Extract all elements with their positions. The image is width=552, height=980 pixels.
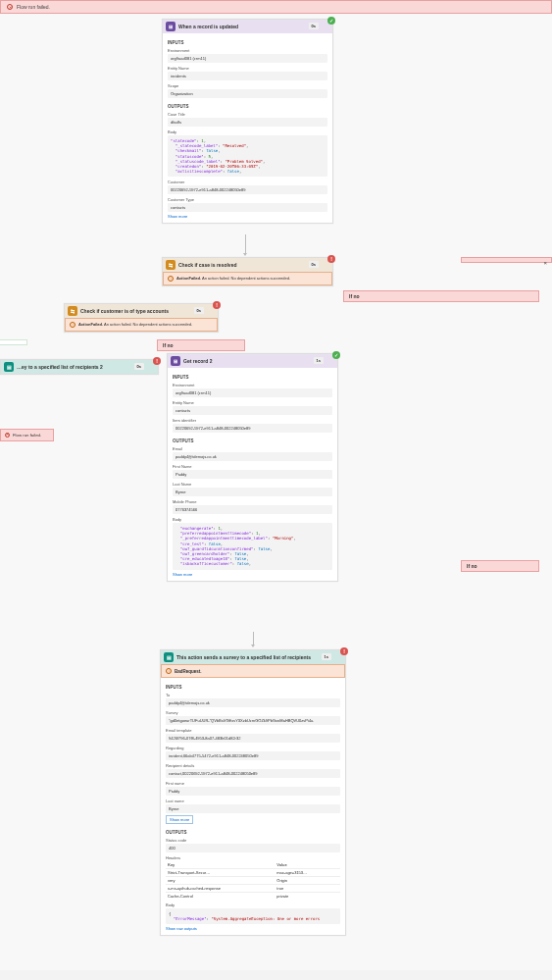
regarding-label: Regarding	[166, 746, 340, 750]
branch-if-yes-left[interactable]	[0, 339, 27, 345]
inputs-heading: INPUTS	[168, 40, 327, 45]
headers-table: KeyValue Strict-Transport-Secur…max-age=…	[166, 861, 340, 900]
outputs-heading: OUTPUTS	[173, 438, 332, 443]
status-error-icon	[213, 301, 221, 309]
inputs-heading: INPUTS	[166, 685, 340, 690]
lastname-label: Last Name	[173, 482, 332, 487]
ln-value: Byrne	[166, 804, 340, 813]
table-row: x-ms-apihub-cached-responsetrue	[166, 885, 340, 893]
customer-value: 00220692-5972-e911-a848-002248050e89	[168, 185, 327, 194]
branch-if-no-label: If no	[349, 293, 360, 299]
headers-col-val: Value	[275, 861, 340, 869]
env-value: org9aad081 (crm11)	[173, 388, 332, 397]
get-record-header[interactable]: ⊞ Get record 2 1s	[168, 354, 337, 368]
fn-value: Paddy	[166, 787, 340, 796]
body-label: Body	[173, 517, 332, 522]
body-json: "statecode": 1, "_statecode_label": "Res…	[168, 135, 327, 177]
check-resolved-title: Check if case is resolved	[178, 262, 236, 268]
itemid-label: Item identifier	[173, 418, 332, 423]
status-error-icon	[153, 357, 161, 365]
body-label: Body	[166, 903, 340, 907]
firstname-label: First Name	[173, 464, 332, 469]
send-survey-header[interactable]: ▤ This action sends a survey to a specif…	[161, 650, 345, 664]
survey-label: Survey	[166, 710, 340, 715]
send-survey-2-card[interactable]: ▤ …ey to a specified list of recipients …	[0, 359, 159, 375]
check-resolved-card[interactable]: ⇆ Check if case is resolved 0s i ActionF…	[162, 257, 333, 286]
badrequest-banner: i BadRequest.	[161, 664, 345, 678]
outputs-heading: OUTPUTS	[166, 830, 340, 835]
show-more-link[interactable]: Show more	[166, 815, 193, 824]
show-more-link[interactable]: Show more	[173, 572, 192, 577]
send-survey-2-duration: 0s	[134, 363, 144, 370]
show-raw-outputs-link[interactable]: Show raw outputs	[166, 926, 197, 931]
entity-label: Entity Name	[173, 400, 332, 405]
check-accounts-duration: 0s	[194, 307, 204, 314]
action-failed-text: ActionFailed. An action failed. No depen…	[176, 276, 290, 281]
send-survey-card[interactable]: ▤ This action sends a survey to a specif…	[160, 649, 346, 936]
body-json: "exchangerate": 1, "preferredappointment…	[173, 523, 332, 570]
branch-if-no-far[interactable]: If no	[461, 560, 539, 572]
check-accounts-title: Check if customer is of type accounts	[80, 308, 169, 314]
arrow-down-icon	[243, 253, 247, 256]
badrequest-label: BadRequest.	[175, 669, 202, 674]
fn-label: First name	[166, 781, 340, 786]
send-survey-duration: 1s	[322, 653, 331, 660]
branch-if-no-inner[interactable]: If no	[157, 339, 245, 351]
to-value: paddy4@tdemojs.co.uk	[166, 698, 340, 707]
body-label: Body	[168, 129, 327, 134]
table-row: veryOrigin	[166, 877, 340, 885]
get-record-card[interactable]: ⊞ Get record 2 1s INPUTS Environment org…	[167, 353, 338, 582]
status-value: 400	[166, 844, 340, 852]
check-accounts-header[interactable]: ⇆ Check if customer is of type accounts …	[65, 304, 218, 318]
connector-line	[245, 234, 246, 254]
branch-if-no[interactable]: If no	[343, 290, 539, 302]
trigger-card[interactable]: ⊞ When a record is updated 0s INPUTS Env…	[162, 19, 333, 224]
table-row: Strict-Transport-Secur…max-age=3153…	[166, 869, 340, 877]
headers-col-key: Key	[166, 861, 275, 869]
action-failed-text: ActionFailed. An action failed. No depen…	[78, 322, 192, 327]
regarding-value: incident,66ab4775-5472-e911-a848-0022480…	[166, 751, 340, 760]
check-resolved-header[interactable]: ⇆ Check if case is resolved 0s	[163, 258, 332, 272]
entity-value: incidents	[168, 72, 327, 80]
action-failed-banner: i ActionFailed. An action failed. No dep…	[163, 272, 332, 285]
custtype-value: contacts	[168, 203, 327, 212]
send-survey-2-header[interactable]: ▤ …ey to a specified list of recipients …	[1, 360, 158, 374]
dynamics-icon: ⊞	[166, 22, 176, 31]
customer-label: Customer	[168, 180, 327, 184]
mobile-label: Mobile Phone	[173, 499, 332, 504]
dynamics-icon: ⊞	[171, 356, 180, 366]
action-failed-banner: i ActionFailed. An action failed. No dep…	[65, 318, 218, 332]
recip-value: contact,00220692-5972-e911-a848-00224805…	[166, 769, 340, 778]
status-success-icon	[327, 17, 335, 25]
error-icon	[5, 433, 10, 438]
env-label: Environment	[173, 383, 332, 387]
entity-label: Entity Name	[168, 66, 327, 71]
get-record-body: INPUTS Environment org9aad081 (crm11) En…	[168, 368, 337, 581]
error-icon	[7, 4, 13, 10]
check-accounts-card[interactable]: ⇆ Check if customer is of type accounts …	[64, 303, 219, 333]
table-row: Cache-Controlprivate	[166, 893, 340, 901]
status-success-icon	[332, 351, 340, 359]
trigger-body: INPUTS Environment org9aad081 (crm11) En…	[163, 33, 332, 223]
casetitle-value: dfadfs	[168, 118, 327, 127]
status-error-icon	[327, 255, 335, 263]
condition-icon: ⇆	[68, 306, 77, 316]
ln-label: Last name	[166, 799, 340, 803]
show-more-link[interactable]: Show more	[168, 214, 187, 219]
trigger-card-header[interactable]: ⊞ When a record is updated 0s	[163, 20, 332, 33]
close-icon[interactable]: ×	[543, 260, 547, 266]
warning-icon: i	[168, 276, 174, 282]
get-record-duration: 1s	[314, 357, 324, 364]
flow-failed-banner-top: Flow run failed.	[0, 0, 552, 14]
flow-failed-banner-label: Flow run failed.	[17, 4, 50, 10]
casetitle-label: Case Title	[168, 112, 327, 117]
firstname-value: Paddy	[173, 470, 332, 479]
send-survey-body: INPUTS To paddy4@tdemojs.co.uk Survey "g…	[161, 678, 345, 935]
survey-value: "gd0etgoeurTUFuUUR-"QVbBsVGExvY3XzbUcmGO…	[166, 716, 340, 725]
body-json: { "ErrorMessage": "System.AggregateExcep…	[166, 908, 340, 924]
branch-if-no-inner-label: If no	[163, 342, 174, 348]
outputs-heading: OUTPUTS	[168, 104, 327, 109]
env-value: org9aad081 (crm11)	[168, 54, 327, 63]
condition-icon: ⇆	[166, 260, 176, 270]
lastname-value: Byrne	[173, 488, 332, 496]
